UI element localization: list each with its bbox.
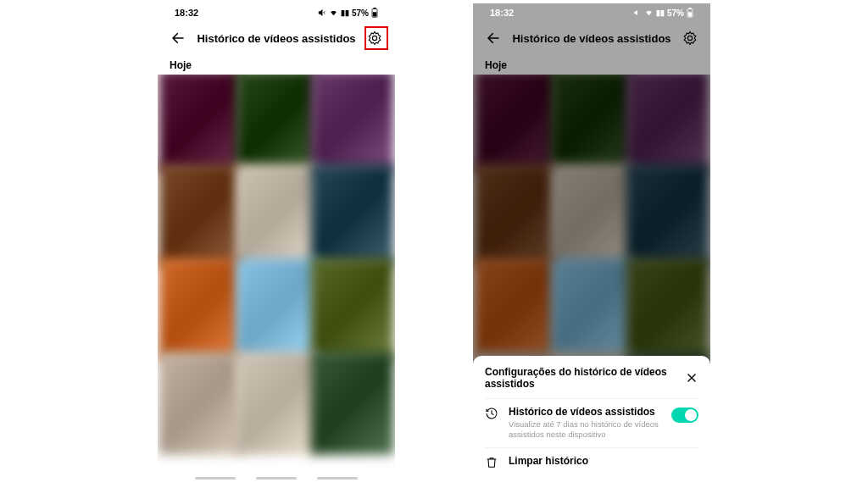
video-thumbnail[interactable] bbox=[235, 258, 318, 361]
close-button[interactable] bbox=[686, 370, 698, 385]
wifi-icon bbox=[644, 8, 654, 17]
app-header: Histórico de vídeos assistidos bbox=[158, 22, 395, 54]
settings-button[interactable] bbox=[680, 28, 700, 48]
signal-icon: ▮▮ bbox=[656, 8, 665, 17]
back-button[interactable] bbox=[483, 28, 504, 48]
back-button[interactable] bbox=[168, 28, 188, 48]
settings-bottom-sheet: Configurações do histórico de vídeos ass… bbox=[473, 356, 710, 485]
status-icons: ▮▮ 57% bbox=[318, 8, 378, 18]
svg-point-3 bbox=[372, 36, 376, 40]
history-icon bbox=[485, 407, 500, 420]
trash-icon bbox=[485, 456, 500, 469]
phone-left: 18:32 ▮▮ 57% Histórico de vídeos assisti… bbox=[158, 3, 395, 485]
svg-rect-6 bbox=[688, 12, 693, 16]
status-time: 18:32 bbox=[175, 8, 198, 18]
video-thumbnail[interactable] bbox=[311, 352, 394, 455]
video-thumbnail[interactable] bbox=[159, 352, 242, 455]
video-thumbnail[interactable] bbox=[235, 352, 318, 455]
clear-history-label: Limpar histórico bbox=[509, 455, 698, 467]
gear-icon bbox=[367, 30, 382, 46]
status-icons: ▮▮ 57% bbox=[633, 8, 693, 18]
settings-button[interactable] bbox=[364, 28, 385, 48]
status-bar: 18:32 ▮▮ 57% bbox=[473, 3, 710, 22]
history-toggle-label: Histórico de vídeos assistidos bbox=[509, 406, 663, 418]
svg-point-7 bbox=[687, 36, 692, 40]
battery-text: 57% bbox=[667, 8, 684, 18]
svg-rect-1 bbox=[374, 8, 376, 9]
app-header: Histórico de vídeos assistidos bbox=[473, 22, 710, 54]
mute-icon bbox=[633, 8, 642, 17]
video-thumbnail[interactable] bbox=[159, 164, 242, 267]
video-thumbnail[interactable] bbox=[311, 75, 394, 173]
video-thumbnail[interactable] bbox=[311, 258, 394, 361]
clear-history-row[interactable]: Limpar histórico bbox=[485, 447, 698, 476]
battery-icon bbox=[687, 8, 693, 18]
sheet-title: Configurações do histórico de vídeos ass… bbox=[485, 366, 686, 390]
video-thumbnail[interactable] bbox=[235, 75, 318, 173]
section-today: Hoje bbox=[473, 54, 710, 75]
status-bar: 18:32 ▮▮ 57% bbox=[158, 3, 395, 22]
history-toggle[interactable] bbox=[671, 408, 698, 423]
video-thumbnail[interactable] bbox=[159, 258, 242, 361]
arrow-left-icon bbox=[170, 30, 186, 46]
nav-indicator bbox=[158, 473, 395, 485]
page-title: Histórico de vídeos assistidos bbox=[504, 32, 680, 45]
sheet-header: Configurações do histórico de vídeos ass… bbox=[485, 366, 698, 398]
gear-icon bbox=[682, 30, 698, 46]
video-thumbnail[interactable] bbox=[159, 75, 242, 173]
battery-icon bbox=[371, 8, 378, 18]
video-thumbnail[interactable] bbox=[235, 164, 318, 267]
page-title: Histórico de vídeos assistidos bbox=[188, 32, 364, 45]
wifi-icon bbox=[329, 8, 338, 17]
section-today: Hoje bbox=[158, 54, 395, 75]
phone-right: 18:32 ▮▮ 57% Histórico de vídeos assisti… bbox=[473, 3, 710, 485]
svg-rect-2 bbox=[373, 12, 377, 16]
status-time: 18:32 bbox=[490, 8, 514, 18]
history-toggle-subtitle: Visualize até 7 dias no histórico de víd… bbox=[509, 419, 663, 441]
svg-rect-5 bbox=[689, 8, 692, 9]
mute-icon bbox=[318, 8, 326, 17]
battery-text: 57% bbox=[352, 8, 369, 18]
arrow-left-icon bbox=[486, 30, 501, 46]
signal-icon: ▮▮ bbox=[341, 8, 349, 17]
history-toggle-row[interactable]: Histórico de vídeos assistidos Visualize… bbox=[485, 398, 698, 447]
video-grid[interactable] bbox=[158, 75, 395, 473]
close-icon bbox=[686, 372, 698, 384]
video-thumbnail[interactable] bbox=[311, 164, 394, 267]
